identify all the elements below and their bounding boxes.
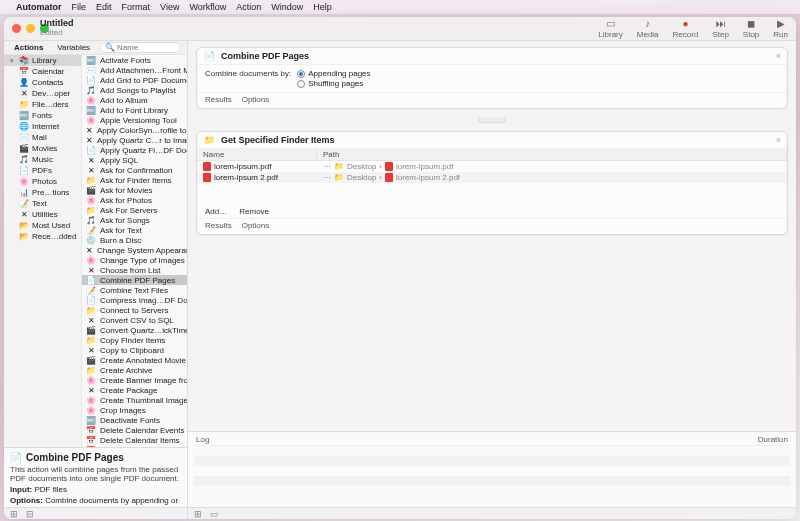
menu-edit[interactable]: Edit — [96, 2, 112, 12]
toolbar-library[interactable]: ▭Library — [598, 19, 622, 39]
action-item[interactable]: 🌸Add to Album — [82, 95, 187, 105]
category-item[interactable]: ✕Dev…oper — [4, 88, 81, 99]
pdf-icon: 📄 — [203, 51, 215, 61]
card-options-button[interactable]: Options — [242, 221, 270, 230]
col-path[interactable]: Path — [317, 149, 787, 160]
file-row[interactable]: lorem-ipsum 2.pdf⋯ 📁 Desktop › lorem-ips… — [197, 172, 787, 183]
action-item[interactable]: 🎬Convert Quartz…ickTime Movies — [82, 325, 187, 335]
action-item[interactable]: 📁Create Archive — [82, 365, 187, 375]
category-item[interactable]: 🎵Music — [4, 154, 81, 165]
close-icon[interactable]: × — [776, 51, 781, 61]
category-item[interactable]: 👤Contacts — [4, 77, 81, 88]
action-item[interactable]: 🌸Apple Versioning Tool — [82, 115, 187, 125]
category-item[interactable]: 📂Rece…dded — [4, 231, 81, 242]
card-results-button[interactable]: Results — [205, 95, 232, 104]
card-options-button[interactable]: Options — [242, 95, 270, 104]
close-window-button[interactable] — [12, 24, 21, 33]
action-item[interactable]: 📄Combine PDF Pages — [82, 275, 187, 285]
action-item[interactable]: ✕Apply Quartz C…r to Image Files — [82, 135, 187, 145]
action-item[interactable]: 📁Ask for Finder Items — [82, 175, 187, 185]
category-item[interactable]: ✉️Mail — [4, 132, 81, 143]
category-item[interactable]: 📝Text — [4, 198, 81, 209]
action-item[interactable]: 🎵Add Songs to Playlist — [82, 85, 187, 95]
action-item[interactable]: 📅Delete Calendar Events — [82, 425, 187, 435]
action-item[interactable]: 📄Add Grid to PDF Documents — [82, 75, 187, 85]
category-item[interactable]: 🎬Movies — [4, 143, 81, 154]
radio-appending[interactable]: Appending pages — [297, 69, 370, 78]
action-item[interactable]: 🌸Create Thumbnail Images — [82, 395, 187, 405]
action-item[interactable]: 📄Compress Imag…DF Documents — [82, 295, 187, 305]
card-results-button[interactable]: Results — [205, 221, 232, 230]
category-item[interactable]: 🌸Photos — [4, 176, 81, 187]
toolbar-step[interactable]: ⏭Step — [712, 19, 728, 39]
status-icon-1[interactable]: ⊞ — [10, 509, 18, 519]
tab-variables[interactable]: Variables — [53, 42, 94, 53]
action-item[interactable]: 🌸Change Type of Images — [82, 255, 187, 265]
toolbar-stop[interactable]: ◼Stop — [743, 19, 759, 39]
close-icon[interactable]: × — [776, 135, 781, 145]
category-list[interactable]: ▾📚Library📅Calendar👤Contacts✕Dev…oper📁Fil… — [4, 55, 82, 447]
category-item[interactable]: 📊Pre…tions — [4, 187, 81, 198]
menu-action[interactable]: Action — [236, 2, 261, 12]
category-item[interactable]: 📄PDFs — [4, 165, 81, 176]
action-item[interactable]: ✕Create Package — [82, 385, 187, 395]
toolbar-media[interactable]: ♪Media — [637, 19, 659, 39]
action-item[interactable]: 📝Ask for Text — [82, 225, 187, 235]
action-item[interactable]: 🔤Deactivate Fonts — [82, 415, 187, 425]
log-panel: Log Duration — [188, 431, 796, 507]
category-item[interactable]: 🌐Internet — [4, 121, 81, 132]
category-item[interactable]: ✕Utilities — [4, 209, 81, 220]
action-item[interactable]: ✕Apply ColorSyn…rofile to Images — [82, 125, 187, 135]
action-list[interactable]: 🔤Activate Fonts✉️Add Attachmen…Front Mes… — [82, 55, 187, 447]
action-item[interactable]: 🎬Ask for Movies — [82, 185, 187, 195]
menu-view[interactable]: View — [160, 2, 179, 12]
action-item[interactable]: 🌸Create Banner Image from Text — [82, 375, 187, 385]
status-icon[interactable]: ▭ — [210, 509, 219, 519]
col-name[interactable]: Name — [197, 149, 317, 160]
category-item[interactable]: 📂Most Used — [4, 220, 81, 231]
menu-app[interactable]: Automator — [16, 2, 62, 12]
action-item[interactable]: 📄Apply Quartz Fi…DF Documents — [82, 145, 187, 155]
action-item[interactable]: 🎬Create Annotated Movie File — [82, 355, 187, 365]
search-field[interactable]: 🔍 — [100, 42, 181, 53]
search-input[interactable] — [117, 43, 176, 52]
menu-file[interactable]: File — [72, 2, 87, 12]
action-item[interactable]: ✕Change System Appearance — [82, 245, 187, 255]
menu-workflow[interactable]: Workflow — [189, 2, 226, 12]
category-item[interactable]: 🔤Fonts — [4, 110, 81, 121]
action-item[interactable]: ✕Copy to Clipboard — [82, 345, 187, 355]
action-item[interactable]: 📝Combine Text Files — [82, 285, 187, 295]
category-item[interactable]: ▾📚Library — [4, 55, 81, 66]
menu-window[interactable]: Window — [271, 2, 303, 12]
action-item[interactable]: 🔤Activate Fonts — [82, 55, 187, 65]
category-item[interactable]: 📅Calendar — [4, 66, 81, 77]
action-item[interactable]: ✕Ask for Confirmation — [82, 165, 187, 175]
action-item[interactable]: ✉️Add Attachmen…Front Message — [82, 65, 187, 75]
toolbar-run[interactable]: ▶Run — [773, 19, 788, 39]
status-icon-2[interactable]: ⊟ — [26, 509, 34, 519]
action-item[interactable]: ✕Convert CSV to SQL — [82, 315, 187, 325]
category-item[interactable]: 📁File…ders — [4, 99, 81, 110]
action-item[interactable]: ✕Choose from List — [82, 265, 187, 275]
action-item[interactable]: 💿Burn a Disc — [82, 235, 187, 245]
action-item[interactable]: 📁Copy Finder Items — [82, 335, 187, 345]
action-item[interactable]: 📁Connect to Servers — [82, 305, 187, 315]
action-item[interactable]: 🌸Crop Images — [82, 405, 187, 415]
remove-button[interactable]: Remove — [239, 207, 269, 216]
menu-help[interactable]: Help — [313, 2, 332, 12]
minimize-window-button[interactable] — [26, 24, 35, 33]
file-row[interactable]: lorem-ipsum.pdf⋯ 📁 Desktop › lorem-ipsum… — [197, 161, 787, 172]
menu-format[interactable]: Format — [122, 2, 151, 12]
action-item[interactable]: 🎵Ask for Songs — [82, 215, 187, 225]
action-item[interactable]: 📅Delete Calendar Items — [82, 435, 187, 445]
status-icon[interactable]: ⊞ — [194, 509, 202, 519]
tab-actions[interactable]: Actions — [10, 42, 47, 53]
add-button[interactable]: Add… — [205, 207, 227, 216]
toolbar-record[interactable]: ●Record — [673, 19, 699, 39]
action-item[interactable]: 📁Ask For Servers — [82, 205, 187, 215]
action-item[interactable]: ✕Apply SQL — [82, 155, 187, 165]
action-item[interactable]: 🌸Ask for Photos — [82, 195, 187, 205]
radio-shuffling[interactable]: Shuffling pages — [297, 79, 370, 88]
action-item[interactable]: 🔤Add to Font Library — [82, 105, 187, 115]
workflow-canvas[interactable]: 📄 Combine PDF Pages × Combine documents … — [188, 41, 796, 431]
